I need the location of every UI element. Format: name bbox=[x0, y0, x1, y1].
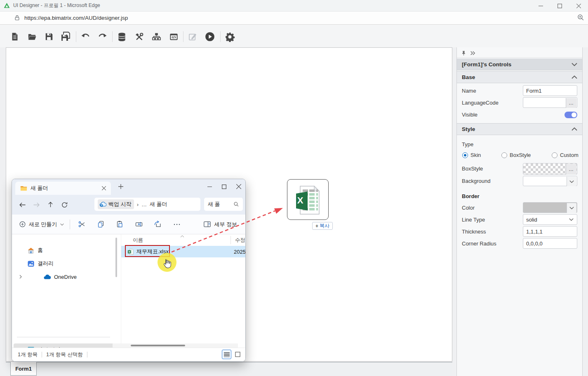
close-button[interactable] bbox=[569, 0, 588, 12]
name-label: Name bbox=[462, 88, 476, 94]
rename-button[interactable] bbox=[129, 220, 148, 228]
up-icon[interactable] bbox=[47, 201, 54, 208]
paste-button[interactable] bbox=[111, 220, 129, 228]
scrollbar-thumb[interactable] bbox=[131, 345, 185, 346]
cut-button[interactable] bbox=[73, 220, 92, 228]
pin-panel-icon[interactable] bbox=[461, 50, 466, 56]
languagecode-input[interactable]: … bbox=[523, 97, 577, 108]
settings-button[interactable] bbox=[223, 30, 237, 44]
forward-icon[interactable] bbox=[33, 202, 40, 208]
style-section-header[interactable]: Style bbox=[457, 123, 582, 135]
open-button[interactable] bbox=[25, 30, 39, 44]
expand-chevron-icon[interactable] bbox=[19, 275, 23, 279]
breadcrumb[interactable]: 백업 시작 › … 새 폴더 bbox=[94, 198, 200, 211]
onedrive-backup-icon bbox=[99, 202, 106, 207]
sidebar-item-gallery[interactable]: 갤러리 bbox=[14, 257, 116, 270]
sidebar-item-home[interactable]: 홈 bbox=[14, 244, 116, 257]
redo-button[interactable] bbox=[96, 30, 110, 44]
maximize-button[interactable] bbox=[550, 0, 569, 12]
name-input[interactable]: Form1 bbox=[523, 85, 577, 96]
background-swatch[interactable] bbox=[523, 176, 577, 186]
column-name[interactable]: 이름 bbox=[133, 237, 143, 244]
visible-label: Visible bbox=[462, 112, 477, 118]
explorer-search-input[interactable]: 새 폴 bbox=[204, 198, 243, 211]
app-logo-icon bbox=[4, 2, 10, 9]
share-button[interactable] bbox=[148, 220, 167, 228]
window-title: UI Designer - 프로필 1 - Microsoft Edge bbox=[13, 2, 100, 9]
breadcrumb-current[interactable]: 새 폴더 bbox=[150, 201, 167, 208]
border-color-dropdown-button[interactable] bbox=[567, 203, 576, 213]
radio-skin[interactable]: Skin bbox=[462, 152, 481, 158]
new-item-button[interactable]: 새로 만들기 bbox=[19, 221, 64, 228]
radio-boxstyle[interactable]: BoxStyle bbox=[501, 152, 531, 158]
details-pane-button[interactable]: 세부 정보 bbox=[203, 221, 237, 228]
tools-button[interactable] bbox=[132, 30, 146, 44]
new-file-button[interactable] bbox=[8, 30, 22, 44]
selected-count: 1개 항목 선택함 bbox=[46, 351, 83, 358]
excel-drop-target[interactable]: X bbox=[287, 179, 329, 220]
zoom-in-button[interactable] bbox=[577, 14, 585, 21]
share-icon bbox=[154, 220, 162, 228]
hierarchy-button[interactable] bbox=[149, 30, 163, 44]
background-label: Background bbox=[462, 178, 490, 184]
refresh-icon[interactable] bbox=[61, 201, 68, 208]
tab-close-icon[interactable] bbox=[102, 186, 106, 190]
chevron-down-icon bbox=[569, 206, 574, 210]
rename-icon bbox=[135, 220, 143, 228]
explorer-minimize-icon[interactable] bbox=[207, 184, 212, 189]
collapse-panel-icon[interactable] bbox=[470, 51, 475, 56]
boxstyle-swatch[interactable]: … bbox=[523, 163, 577, 175]
copy-button[interactable] bbox=[92, 220, 111, 228]
breadcrumb-ellipsis[interactable]: … bbox=[141, 201, 147, 208]
column-modified[interactable]: 수정한 날짜 bbox=[235, 237, 246, 244]
visible-toggle[interactable] bbox=[564, 112, 577, 118]
grid-view-icon bbox=[235, 352, 240, 357]
more-options-button[interactable] bbox=[167, 221, 186, 228]
thickness-input[interactable]: 1,1,1,1 bbox=[523, 226, 577, 237]
explorer-maximize-icon[interactable] bbox=[222, 184, 226, 189]
url-text[interactable]: https://epa.bimatrix.com/AUD/designer.js… bbox=[24, 15, 128, 21]
save-all-button[interactable] bbox=[59, 30, 73, 44]
border-color-swatch[interactable] bbox=[523, 202, 577, 213]
base-section-header[interactable]: Base bbox=[457, 71, 582, 83]
back-icon[interactable] bbox=[19, 202, 26, 208]
icons-view-button[interactable] bbox=[233, 350, 242, 359]
database-icon bbox=[117, 32, 127, 42]
corner-radius-input[interactable]: 0,0,0,0 bbox=[523, 238, 577, 249]
tab-form1[interactable]: Form1 bbox=[10, 362, 37, 376]
database-button[interactable] bbox=[115, 30, 129, 44]
breadcrumb-root[interactable]: 백업 시작 bbox=[98, 199, 134, 209]
plus-glyph: + bbox=[315, 223, 318, 229]
undo-button[interactable] bbox=[78, 30, 92, 44]
sidebar-item-onedrive[interactable]: OneDrive bbox=[14, 271, 116, 283]
border-section-label: Border bbox=[462, 193, 480, 199]
chevron-down-icon bbox=[569, 218, 574, 221]
close-icon bbox=[576, 4, 581, 8]
minimize-button[interactable] bbox=[531, 0, 550, 12]
open-folder-icon bbox=[27, 32, 37, 42]
explorer-address-row: 백업 시작 › … 새 폴더 새 폴 bbox=[12, 195, 245, 215]
code-button[interactable] bbox=[167, 30, 181, 44]
radio-custom[interactable]: Custom bbox=[552, 152, 579, 158]
linetype-select[interactable]: solid bbox=[523, 214, 577, 225]
new-tab-icon[interactable] bbox=[118, 184, 123, 189]
explorer-close-icon[interactable] bbox=[236, 184, 241, 189]
edit-button[interactable] bbox=[186, 30, 200, 44]
explorer-tab[interactable]: 새 폴더 bbox=[15, 182, 111, 195]
save-icon bbox=[45, 32, 54, 41]
corner-radius-label: Corner Radius bbox=[462, 241, 496, 247]
languagecode-browse-button[interactable]: … bbox=[566, 98, 576, 108]
run-button[interactable] bbox=[203, 30, 217, 44]
boxstyle-browse-button[interactable]: … bbox=[566, 164, 576, 175]
background-dropdown-button[interactable] bbox=[567, 177, 576, 186]
details-pane-icon bbox=[203, 221, 211, 228]
details-view-button[interactable] bbox=[222, 350, 231, 359]
radio-dot bbox=[552, 152, 557, 158]
sidebar-scrollbar[interactable] bbox=[115, 238, 117, 277]
save-button[interactable] bbox=[42, 30, 56, 44]
horizontal-scrollbar[interactable] bbox=[113, 343, 238, 348]
address-bar[interactable]: https://epa.bimatrix.com/AUD/designer.js… bbox=[0, 12, 588, 25]
settings-icon bbox=[225, 32, 235, 42]
onedrive-icon bbox=[43, 274, 51, 280]
controls-header[interactable]: [Form1]'s Controls bbox=[457, 58, 582, 70]
